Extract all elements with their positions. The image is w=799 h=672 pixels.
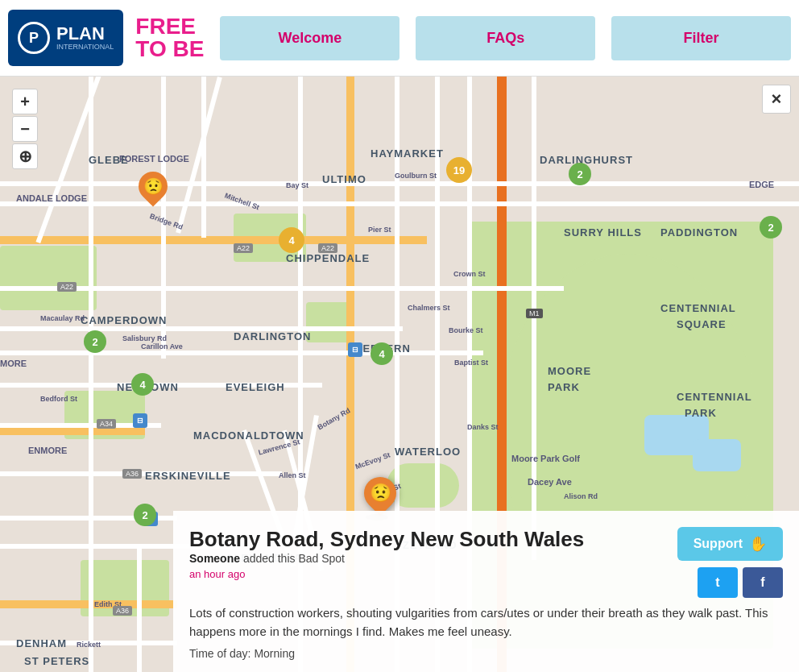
cluster-yellow-19[interactable]: 19 (446, 157, 472, 183)
road-h4 (0, 326, 403, 331)
cluster-green-2-camperdown[interactable]: 2 (84, 330, 106, 353)
label-andale-lodge: ANDALE LODGE (16, 193, 87, 203)
label-camperdown: CAMPERDOWN (81, 314, 168, 326)
support-label: Support (693, 537, 743, 551)
label-salisbury-rd: Salisbury Rd (122, 334, 167, 342)
info-location: Botany Road, Sydney New South Wales (189, 527, 645, 552)
label-dacey: Dacey Ave (528, 477, 572, 487)
badge-a22-1: A22 (234, 243, 253, 253)
info-time-of-day: Time of day: Morning (189, 647, 783, 660)
label-danks-st: Danks St (467, 423, 499, 431)
badge-a22-3: A22 (57, 282, 77, 292)
road-botany-v (346, 77, 354, 318)
label-pier-st: Pier St (368, 226, 391, 234)
label-crown-st: Crown St (453, 270, 486, 278)
badge-a36-1: A36 (122, 469, 142, 479)
label-bridge-rd: Bridge Rd (149, 212, 184, 231)
plan-name: PLAN (56, 25, 114, 43)
info-panel-header: Botany Road, Sydney New South Wales Some… (189, 527, 783, 598)
welcome-button[interactable]: Welcome (220, 16, 400, 60)
social-buttons: t f (698, 567, 783, 598)
info-added-by: Someone added this Bad Spot (189, 552, 645, 565)
cluster-yellow-4[interactable]: 4 (279, 227, 304, 253)
label-macaulay-rd: Macaulay Rd (40, 314, 85, 322)
label-goulburn-st: Goulburn St (395, 172, 437, 180)
filter-button[interactable]: Filter (611, 16, 791, 60)
cluster-count-g4n: 4 (131, 373, 154, 396)
label-chippendale: CHIPPENDALE (286, 252, 370, 264)
map-container[interactable]: GLEBE ULTIMO HAYMARKET DARLINGHURST SURR… (0, 77, 799, 672)
label-moore-park: MOORE (548, 365, 591, 377)
cluster-count-g2r: 2 (760, 216, 782, 239)
info-left: Botany Road, Sydney New South Wales Some… (189, 527, 645, 590)
info-added-text: added this Bad Spot (243, 552, 345, 565)
cluster-count-4: 4 (279, 227, 304, 253)
facebook-share-button[interactable]: f (743, 567, 783, 598)
label-carillon-ave: Carillon Ave (141, 342, 183, 351)
compass-button[interactable]: ⊕ (12, 143, 38, 169)
label-eveleigh: EVELEIGH (226, 381, 285, 393)
badge-a34: A34 (97, 419, 116, 429)
label-rickett: Rickett (77, 641, 101, 649)
label-forest-lodge: FOREST LODGE (119, 154, 189, 164)
label-chalmers-st: Chalmers St (408, 304, 450, 312)
water-2 (693, 439, 741, 471)
plan-subtitle: INTERNATIONAL (56, 43, 114, 51)
label-edge: EDGE (749, 180, 774, 189)
label-waterloo: WATERLOO (395, 446, 461, 458)
badge-a36-2: A36 (113, 606, 132, 616)
badge-m1: M1 (526, 309, 543, 318)
badge-train: ⊟ (348, 342, 362, 357)
label-denham: DENHAM (16, 637, 67, 649)
app-header: P PLAN INTERNATIONAL FREETO BE Welcome F… (0, 0, 799, 77)
label-alison-rd: Alison Rd (564, 492, 598, 500)
zoom-in-button[interactable]: + (12, 89, 38, 114)
label-haymarket: HAYMARKET (371, 147, 444, 160)
label-enmore: ENMORE (28, 446, 67, 455)
info-username: Someone (189, 552, 240, 565)
plan-circle-icon: P (18, 22, 50, 54)
facebook-icon: f (760, 575, 764, 590)
label-surry-hills: SURRY HILLS (564, 226, 642, 239)
road-v3 (201, 77, 206, 238)
badge-a22-2: A22 (318, 243, 337, 253)
twitter-icon: t (715, 575, 719, 590)
park-3 (0, 246, 97, 310)
road-v9 (137, 544, 142, 672)
support-button[interactable]: Support ✋ (677, 527, 783, 561)
cluster-green-2-bottom[interactable]: 2 (134, 504, 156, 526)
label-centennial-sq-2: SQUARE (677, 318, 727, 330)
plan-logo: P PLAN INTERNATIONAL (8, 10, 123, 66)
cluster-green-4-newtown[interactable]: 4 (131, 373, 154, 396)
label-ultimo: ULTIMO (322, 173, 366, 185)
label-baptist-st: Baptist St (454, 359, 488, 367)
label-paddington: PADDINGTON (660, 226, 738, 239)
label-erskineville: ERSKINEVILLE (145, 470, 231, 482)
label-bay-st: Bay St (286, 181, 308, 189)
map-close-button[interactable]: × (762, 85, 791, 114)
info-description: Lots of construction workers, shouting v… (189, 604, 783, 641)
zoom-out-button[interactable]: − (12, 116, 38, 142)
cluster-green-4-redfern[interactable]: 4 (371, 342, 393, 365)
label-more: MORE (0, 359, 27, 368)
label-centennial-sq: CENTENNIAL (660, 302, 736, 314)
cluster-count-g2d: 2 (569, 163, 591, 185)
cluster-green-2-right[interactable]: 2 (760, 216, 782, 239)
cluster-count-g2c: 2 (84, 330, 106, 353)
free-to-be-logo: FREETO BE (135, 15, 204, 60)
faqs-button[interactable]: FAQs (416, 16, 595, 60)
road-h2 (0, 201, 799, 206)
label-bedford-st: Bedford St (40, 395, 77, 403)
label-centennial-park-2: PARK (685, 407, 717, 419)
bad-spot-marker-1[interactable]: 😟 (139, 172, 168, 207)
label-moore-park-2: PARK (548, 381, 580, 393)
badge-train-2: ⊟ (133, 413, 147, 428)
cluster-count-g4r: 4 (371, 342, 393, 365)
road-h5 (0, 351, 483, 355)
label-bourke-st: Bourke St (449, 326, 483, 334)
info-panel: Botany Road, Sydney New South Wales Some… (173, 511, 799, 672)
road-h1 (0, 181, 799, 186)
road-a34-h (0, 427, 145, 435)
cluster-green-2-darlinghurst[interactable]: 2 (569, 163, 591, 185)
twitter-share-button[interactable]: t (698, 567, 738, 598)
